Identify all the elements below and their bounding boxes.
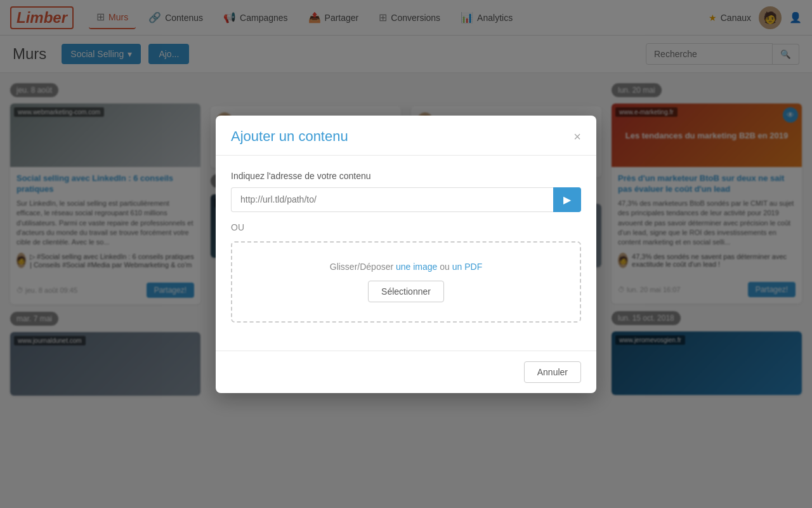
url-input[interactable] [231,187,553,212]
modal-body: Indiquez l'adresse de votre contenu ▶ OU… [216,156,596,351]
modal-title: Ajouter un contenu [231,128,348,145]
modal-footer: Annuler [216,351,596,393]
url-submit-button[interactable]: ▶ [553,187,581,212]
modal-header: Ajouter un contenu × [216,116,596,156]
select-button[interactable]: Sélectionner [368,281,444,302]
drop-zone-text: Glisser/Déposer une image ou un PDF [245,262,567,272]
cancel-button[interactable]: Annuler [524,361,581,383]
drop-zone[interactable]: Glisser/Déposer une image ou un PDF Séle… [231,241,581,323]
modal-dialog: Ajouter un contenu × Indiquez l'adresse … [216,116,596,393]
url-label: Indiquez l'adresse de votre contenu [231,171,581,181]
modal-overlay[interactable]: Ajouter un contenu × Indiquez l'adresse … [0,0,812,508]
or-divider: OU [231,222,581,232]
drop-link-image: une image [396,262,437,272]
modal-close-button[interactable]: × [573,130,581,143]
drop-link-pdf: un PDF [452,262,482,272]
url-input-row: ▶ [231,187,581,212]
